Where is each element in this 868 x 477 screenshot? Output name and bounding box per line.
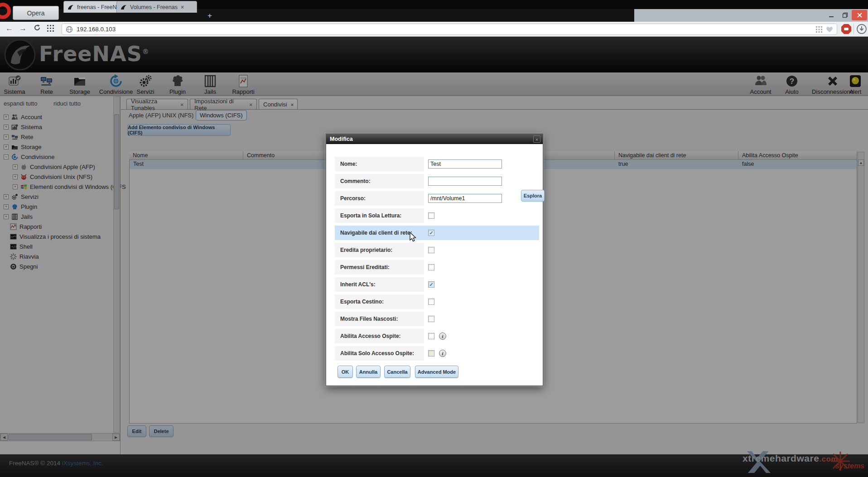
url-field[interactable]: 192.168.0.103 [62,24,837,35]
grid-icon[interactable] [816,26,822,33]
minimize-icon [829,13,834,18]
field-row-percorso: Percorso: Esplora [335,191,539,206]
field-label: Abilita Solo Accesso Ospite: [335,346,424,361]
modifica-dialog: Modifica × Nome: Commento: Percorso: Esp… [326,134,543,386]
browser-tab-volumes[interactable]: Volumes - Freenas × [116,1,197,13]
info-icon[interactable]: i [439,350,446,357]
field-label: Commento: [335,174,424,188]
url-text: 192.168.0.103 [77,26,116,33]
checkbox-checked[interactable]: ✓ [428,281,434,288]
esplora-button[interactable]: Esplora [521,190,545,202]
globe-icon [66,26,73,33]
field-row-eredita-proprietario: Eredita proprietario: [335,243,539,257]
checkbox-unchecked[interactable] [428,350,434,357]
mouse-cursor [409,232,418,242]
field-label: Eredita proprietario: [335,243,424,257]
field-row-commento: Commento: [335,174,539,188]
reload-icon [34,24,41,31]
field-row-abilita-accesso-ospite: Abilita Accesso Ospite: i [335,329,539,343]
checkbox-unchecked[interactable] [428,212,434,219]
field-row-esporta-sola-lettura: Esporta in Sola Lettura: [335,208,539,223]
info-icon[interactable]: i [439,332,446,340]
checkbox-unchecked[interactable] [428,264,434,270]
field-label: Nome: [335,157,424,171]
restore-icon [842,12,848,18]
downloads-button[interactable] [856,24,867,36]
toolbar-divider [854,24,854,34]
close-icon [857,13,862,18]
bookmark-heart-icon[interactable] [826,26,833,33]
download-icon [856,24,867,34]
checkbox-unchecked[interactable] [428,316,434,322]
percorso-input[interactable] [428,194,502,203]
dialog-close-icon[interactable]: × [533,135,540,143]
tab-close-icon[interactable]: × [181,4,184,10]
opera-menu-button[interactable]: Opera [13,6,59,20]
field-row-mostra-files-nascosti: Mostra Files Nascosti: [335,312,539,326]
checkbox-unchecked[interactable] [428,247,434,253]
shark-favicon [68,5,74,10]
field-row-abilita-solo-accesso-ospite: Abilita Solo Accesso Ospite: i [335,346,539,361]
checkbox-unchecked[interactable] [428,299,434,305]
checkbox-checked[interactable]: ✓ [428,230,434,236]
back-button[interactable]: ← [5,24,13,33]
field-label: Abilita Accesso Ospite: [335,329,424,343]
tab-title: Volumes - Freenas [130,4,178,10]
dialog-titlebar[interactable]: Modifica [326,134,543,144]
screen: Opera freenas - FreeNAS-9.2.1.5- × Volum… [0,0,868,477]
field-row-navigabile: Navigabile dai client di rete: ✓ [335,226,539,240]
field-row-nome: Nome: [335,157,539,171]
opera-turbo-button[interactable] [841,24,852,36]
field-label: Esporta Cestino: [335,294,424,309]
minimize-button[interactable] [825,10,838,20]
speed-dial-button[interactable] [47,25,54,34]
annulla-button[interactable]: Annulla [356,366,381,378]
advanced-mode-button[interactable]: Advanced Mode [415,366,458,378]
grid-icon [47,25,54,32]
reload-button[interactable] [34,24,41,34]
cancella-button[interactable]: Cancella [384,366,410,378]
restore-button[interactable] [838,10,852,20]
new-tab-button[interactable]: + [205,11,215,20]
forward-button[interactable]: → [19,24,27,33]
field-label: Permessi Ereditati: [335,260,424,275]
commento-input[interactable] [428,177,502,186]
stop-hand-icon [841,24,852,34]
checkbox-unchecked[interactable] [428,333,434,339]
field-label: Inherit ACL's: [335,277,424,292]
nome-input[interactable] [428,159,502,169]
field-row-esporta-cestino: Esporta Cestino: [335,294,539,309]
close-window-button[interactable] [852,10,867,20]
field-label: Mostra Files Nascosti: [335,312,424,326]
field-label: Percorso: [335,191,424,206]
field-label: Esporta in Sola Lettura: [335,208,424,223]
field-row-permessi-ereditati: Permessi Ereditati: [335,260,539,275]
shark-favicon [121,5,127,10]
field-row-inherit-acls: Inherit ACL's: ✓ [335,277,539,292]
ok-button[interactable]: OK [338,366,353,378]
